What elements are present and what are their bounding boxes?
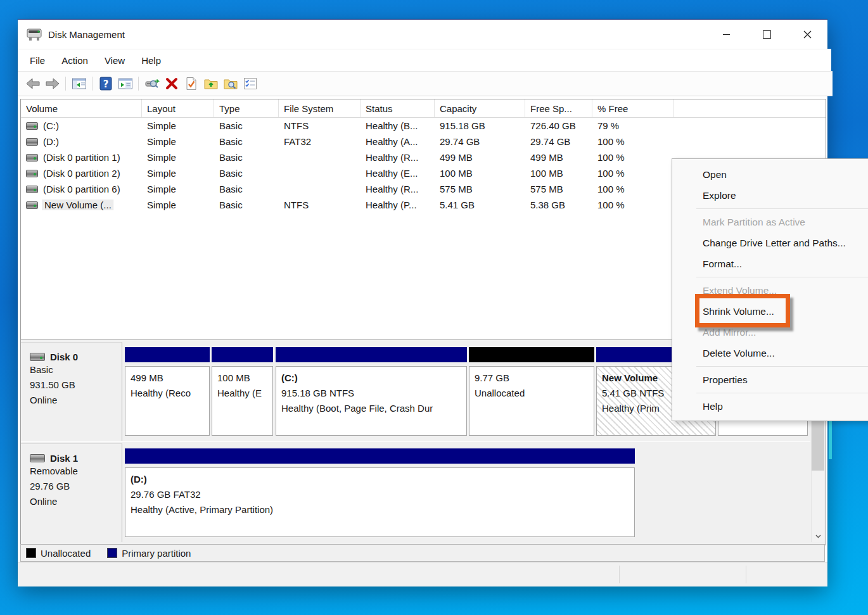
cell-free: 100 MB [525, 168, 592, 179]
partition-status: Healthy (Reco [131, 386, 209, 401]
column-header-pct-free[interactable]: % Free [592, 99, 674, 117]
disk-green-icon [26, 122, 38, 130]
show-console-tree-icon[interactable] [69, 75, 89, 92]
disk1-row: Disk 1 Removable 29.76 GB Online (D:) 29… [21, 443, 810, 542]
status-divider [746, 566, 746, 583]
cell-type: Basic [214, 184, 279, 194]
delete-volume-icon[interactable] [162, 75, 181, 92]
partition-size: 100 MB [217, 371, 272, 386]
folder-export-icon[interactable] [201, 75, 220, 92]
disk-green-icon [26, 154, 38, 162]
menu-item-delete-volume[interactable]: Delete Volume... [672, 343, 868, 364]
table-row[interactable]: (C:) Simple Basic NTFS Healthy (B... 915… [21, 118, 826, 134]
menu-item-mark-partition-active: Mark Partition as Active [672, 212, 868, 232]
disk-green-icon [26, 186, 38, 193]
menu-action[interactable]: Action [53, 49, 96, 71]
volume-name: (Disk 0 partition 1) [43, 152, 120, 163]
cell-fs: NTFS [279, 120, 361, 131]
partition-status: Healthy (Active, Primary Partition) [131, 502, 634, 517]
disk0-header[interactable]: Disk 0 Basic 931.50 GB Online [21, 342, 122, 441]
folder-find-icon[interactable] [220, 75, 240, 92]
toolbar-separator [92, 77, 93, 91]
partition-name: (C:) [281, 371, 466, 386]
close-icon[interactable] [787, 20, 827, 49]
partition-size: 915.18 GB NTFS [281, 386, 466, 401]
volume-name: (D:) [43, 136, 59, 147]
column-header-capacity[interactable]: Capacity [435, 99, 525, 117]
volume-context-menu: Open Explore Mark Partition as Active Ch… [672, 158, 868, 421]
cell-layout: Simple [142, 136, 214, 147]
disk1-header[interactable]: Disk 1 Removable 29.76 GB Online [21, 443, 122, 542]
cell-capacity: 29.74 GB [435, 136, 525, 147]
volume-name: (Disk 0 partition 2) [43, 168, 120, 179]
cell-type: Basic [214, 152, 279, 163]
column-header-volume[interactable]: Volume [21, 99, 142, 117]
menu-item-properties[interactable]: Properties [672, 369, 868, 390]
menu-item-open[interactable]: Open [672, 164, 868, 185]
disk-name: Disk 0 [50, 352, 78, 362]
status-divider [619, 566, 620, 583]
show-action-pane-icon[interactable] [115, 75, 135, 92]
back-icon[interactable] [23, 75, 42, 92]
cell-type: Basic [214, 168, 279, 179]
volume-table-header: Volume Layout Type File System Status Ca… [21, 99, 826, 118]
cell-capacity: 100 MB [435, 168, 525, 179]
volume-name: New Volume (... [43, 200, 113, 210]
menu-item-explore[interactable]: Explore [672, 185, 868, 206]
partition-name: (D:) [131, 472, 634, 487]
cell-capacity: 499 MB [435, 152, 525, 163]
cell-layout: Simple [142, 200, 214, 210]
legend-unallocated-label: Unallocated [41, 548, 91, 559]
menu-view[interactable]: View [96, 49, 133, 71]
partition-c-drive[interactable]: (C:) 915.18 GB NTFS Healthy (Boot, Page … [276, 347, 467, 436]
disk-drive-icon [30, 454, 45, 462]
scrollbar-thumb[interactable] [812, 419, 824, 471]
column-header-layout[interactable]: Layout [142, 99, 214, 117]
scrollbar-down-icon[interactable] [812, 531, 824, 542]
menu-item-format[interactable]: Format... [672, 253, 868, 274]
menu-item-help[interactable]: Help [672, 396, 868, 417]
partition-size: 499 MB [131, 371, 209, 386]
maximize-icon[interactable] [746, 20, 787, 49]
minimize-icon[interactable] [706, 20, 746, 49]
partition-d-drive[interactable]: (D:) 29.76 GB FAT32 Healthy (Active, Pri… [125, 448, 635, 537]
column-header-status[interactable]: Status [361, 99, 435, 117]
menu-item-change-drive-letter[interactable]: Change Drive Letter and Paths... [672, 232, 868, 253]
partition-status: Healthy (Boot, Page File, Crash Dur [281, 401, 466, 416]
menu-file[interactable]: File [22, 49, 53, 71]
partition-recovery-499mb[interactable]: 499 MB Healthy (Reco [125, 347, 210, 436]
help-icon[interactable]: ? [96, 75, 115, 92]
title-bar[interactable]: Disk Management [18, 20, 827, 49]
cell-status: Healthy (E... [361, 168, 435, 179]
forward-icon[interactable] [42, 75, 62, 92]
rescan-disks-icon[interactable] [142, 75, 162, 92]
partition-unallocated[interactable]: 9.77 GB Unallocated [469, 347, 594, 436]
cell-free: 499 MB [525, 152, 592, 163]
legend-primary-swatch [107, 548, 117, 558]
cell-status: Healthy (R... [361, 152, 435, 163]
legend-bar: Unallocated Primary partition [20, 544, 825, 562]
volume-name: (Disk 0 partition 6) [43, 184, 120, 194]
disk-status: Online [30, 393, 122, 408]
properties-list-icon[interactable] [240, 75, 260, 92]
column-header-file-system[interactable]: File System [279, 99, 361, 117]
partition-status: Unallocated [475, 386, 594, 401]
mark-active-icon[interactable] [181, 75, 201, 92]
svg-text:?: ? [103, 79, 108, 90]
disk-size: 931.50 GB [30, 377, 122, 393]
partition-efi-100mb[interactable]: 100 MB Healthy (E [212, 347, 273, 436]
menu-separator [696, 208, 868, 209]
table-row[interactable]: (D:) Simple Basic FAT32 Healthy (A... 29… [21, 134, 826, 149]
column-header-free-space[interactable]: Free Sp... [525, 99, 592, 117]
cell-pct-free: 100 % [592, 168, 674, 179]
cell-fs: NTFS [279, 200, 361, 210]
disk-green-icon [26, 201, 38, 209]
partition-size: 9.77 GB [475, 371, 594, 386]
cell-pct-free: 100 % [592, 152, 674, 163]
toolbar-separator [138, 77, 139, 91]
menu-help[interactable]: Help [133, 49, 169, 71]
column-header-type[interactable]: Type [214, 99, 279, 117]
cell-type: Basic [214, 120, 279, 131]
toolbar-separator [65, 77, 66, 91]
cell-type: Basic [214, 200, 279, 210]
